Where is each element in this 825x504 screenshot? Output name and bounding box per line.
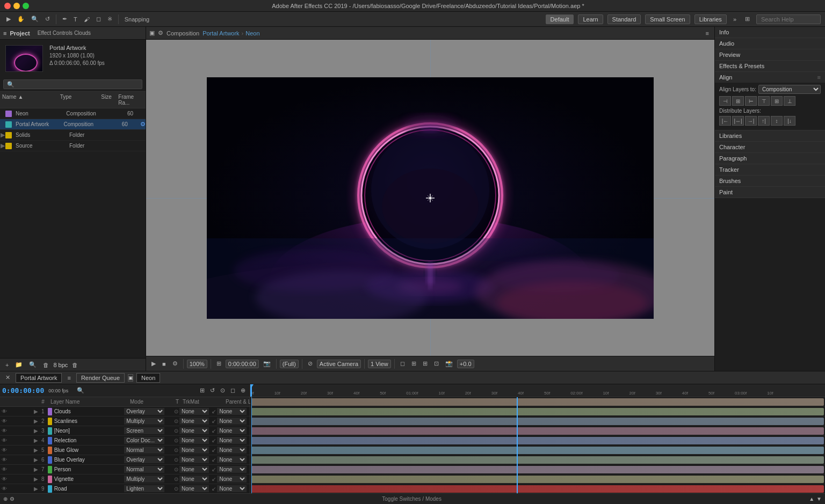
workspace-default[interactable]: Default xyxy=(546,14,574,24)
tool-rotate[interactable]: ↺ xyxy=(43,14,52,24)
tl-scroll-left[interactable]: ▲ xyxy=(809,496,814,502)
layer-2-mode-select[interactable]: Multiply xyxy=(124,418,164,425)
align-right-btn[interactable]: ⊢ xyxy=(745,96,757,106)
layer-8-mode-select[interactable]: Multiply xyxy=(124,476,164,483)
layer-4-mode-select[interactable]: Color Doc... xyxy=(124,437,164,444)
tab-render-queue[interactable]: Render Queue xyxy=(76,373,125,383)
layer-1-trkmat-select[interactable]: None xyxy=(179,408,209,415)
align-layers-to-select[interactable]: Composition xyxy=(758,85,821,94)
dist-left-btn[interactable]: |← xyxy=(719,116,731,126)
layer-5-trkmat-select[interactable]: None xyxy=(179,447,209,454)
section-effects-header[interactable]: Effects & Presets xyxy=(715,61,825,71)
dist-right-btn[interactable]: →| xyxy=(745,116,757,126)
section-brushes-header[interactable]: Brushes xyxy=(715,176,825,186)
tool-zoom[interactable]: 🔍 xyxy=(29,14,41,24)
layer-6-visibility[interactable]: 👁 xyxy=(1,457,8,463)
layer-5-parent-select[interactable]: None xyxy=(217,447,247,454)
layer-4-expand[interactable]: ▶ xyxy=(33,437,38,443)
layer-6-blueoverlay[interactable]: 👁 ▶ 6 Blue Overlay Overlay xyxy=(0,455,250,465)
search-help-input[interactable] xyxy=(756,14,821,24)
layer-7-expand[interactable]: ▶ xyxy=(33,466,38,472)
layer-7-mode[interactable]: Normal xyxy=(124,466,164,473)
layer-1-expand[interactable]: ▶ xyxy=(33,408,38,414)
dist-center-v-btn[interactable]: ↕ xyxy=(771,116,783,126)
align-left-btn[interactable]: ⊣ xyxy=(719,96,731,106)
layer-3-expand[interactable]: ▶ xyxy=(33,428,38,434)
tl-settings-btn[interactable]: ⚙ xyxy=(10,496,15,502)
align-center-h-btn[interactable]: ⊞ xyxy=(732,96,744,106)
workspace-libraries[interactable]: Libraries xyxy=(694,14,727,24)
section-libraries-header[interactable]: Libraries xyxy=(715,130,825,141)
layer-1-clouds[interactable]: 👁 ▶ 1 Clouds Overlay xyxy=(0,407,250,417)
layer-8-parent-select[interactable]: None xyxy=(217,476,247,483)
new-item-btn[interactable]: + xyxy=(3,361,11,369)
workspace-more[interactable]: » xyxy=(731,15,739,24)
layer-8-expand[interactable]: ▶ xyxy=(33,476,38,482)
layer-8-visibility[interactable]: 👁 xyxy=(1,476,8,483)
tl-new-layer-btn[interactable]: ⊕ xyxy=(3,496,8,502)
panel-menu-icon[interactable]: ≡ xyxy=(3,30,6,36)
layer-8-vignette[interactable]: 👁 ▶ 8 Vignette Multiply ⊙ xyxy=(0,474,250,484)
section-tracker-header[interactable]: Tracker xyxy=(715,164,825,175)
camera-mode[interactable]: Active Camera xyxy=(317,360,361,368)
layer-2-expand[interactable]: ▶ xyxy=(33,418,38,424)
workspace-standard[interactable]: Standard xyxy=(607,14,641,24)
tool-puppet[interactable]: ※ xyxy=(105,14,114,24)
layer-7-parent-select[interactable]: None xyxy=(217,466,247,473)
tl-scroll-right[interactable]: ▼ xyxy=(816,496,822,502)
snapping-toggle[interactable]: Snapping xyxy=(122,15,152,24)
section-character-header[interactable]: Character xyxy=(715,142,825,152)
vc-btn-fit[interactable]: ⊞ xyxy=(214,359,223,368)
layer-7-trkmat-select[interactable]: None xyxy=(179,466,209,473)
tool-brush[interactable]: 🖌 xyxy=(82,15,92,24)
layer-9-mode[interactable]: Lighten xyxy=(124,485,164,492)
layer-2-trkmat-select[interactable]: None xyxy=(179,418,209,425)
layer-6-expand[interactable]: ▶ xyxy=(33,457,38,463)
layer-4-parent-select[interactable]: None xyxy=(217,437,247,444)
section-info-header[interactable]: Info xyxy=(715,27,825,38)
layer-9-expand[interactable]: ▶ xyxy=(33,486,38,492)
breadcrumb-portal-artwork[interactable]: Portal Artwork xyxy=(202,30,239,36)
vc-btn-camera[interactable]: 📷 xyxy=(261,359,273,368)
layer-9-mode-select[interactable]: Lighten xyxy=(124,485,164,492)
layer-2-parent-select[interactable]: None xyxy=(217,418,247,425)
layer-4-visibility[interactable]: 👁 xyxy=(1,437,8,444)
vc-btn-toggle-transparency[interactable]: ⊘ xyxy=(306,359,315,368)
timecode-display[interactable]: 0:00:00:00 xyxy=(226,360,259,368)
layer-3-parent-select[interactable]: None xyxy=(217,427,247,434)
view-count[interactable]: 1 View xyxy=(368,360,391,368)
layer-4-mode[interactable]: Color Doc... xyxy=(124,437,164,444)
trash-btn[interactable]: 🗑 xyxy=(70,361,80,369)
layer-5-mode-select[interactable]: Normal xyxy=(124,447,164,454)
delete-btn[interactable]: 🗑 xyxy=(41,361,51,369)
workspace-learn[interactable]: Learn xyxy=(578,14,603,24)
layer-7-visibility[interactable]: 👁 xyxy=(1,466,8,473)
align-menu-icon[interactable]: ≡ xyxy=(817,74,821,81)
project-search-input[interactable] xyxy=(3,79,142,89)
search-btn[interactable]: 🔍 xyxy=(27,360,39,369)
tool-eraser[interactable]: ◻ xyxy=(94,14,103,24)
tl-close-btn[interactable]: ✕ xyxy=(3,373,12,382)
minimize-button[interactable] xyxy=(13,3,20,9)
tl-ctrl-4[interactable]: ◻ xyxy=(228,386,237,395)
layer-2-visibility[interactable]: 👁 xyxy=(1,418,8,425)
layer-1-visibility[interactable]: 👁 xyxy=(1,408,8,415)
tl-ctrl-3[interactable]: ⊙ xyxy=(218,386,227,395)
align-top-btn[interactable]: ⊤ xyxy=(758,96,770,106)
close-button[interactable] xyxy=(4,3,11,9)
workspace-small-screen[interactable]: Small Screen xyxy=(645,14,690,24)
dist-center-h-btn[interactable]: |↔| xyxy=(732,116,744,126)
project-item-neon[interactable]: Neon Composition 60 xyxy=(0,108,146,119)
zoom-level[interactable]: 100% xyxy=(187,360,207,368)
layer-4-trkmat-select[interactable]: None xyxy=(179,437,209,444)
tl-timecode[interactable]: 0:00:00:00 xyxy=(2,386,44,395)
layer-2-scanlines[interactable]: 👁 ▶ 2 Scanlines Multiply ⊙ xyxy=(0,417,250,426)
layer-5-expand[interactable]: ▶ xyxy=(33,447,38,453)
tl-tab-menu[interactable]: ≡ xyxy=(65,374,73,382)
vc-btn-region[interactable]: ◻ xyxy=(398,359,407,368)
vc-btn-stop[interactable]: ■ xyxy=(160,360,168,368)
section-paragraph-header[interactable]: Paragraph xyxy=(715,153,825,164)
layer-4-relection[interactable]: 👁 ▶ 4 Relection Color Doc... xyxy=(0,436,250,445)
vc-btn-play[interactable]: ▶ xyxy=(149,359,158,368)
layer-9-trkmat-select[interactable]: None xyxy=(179,485,209,492)
